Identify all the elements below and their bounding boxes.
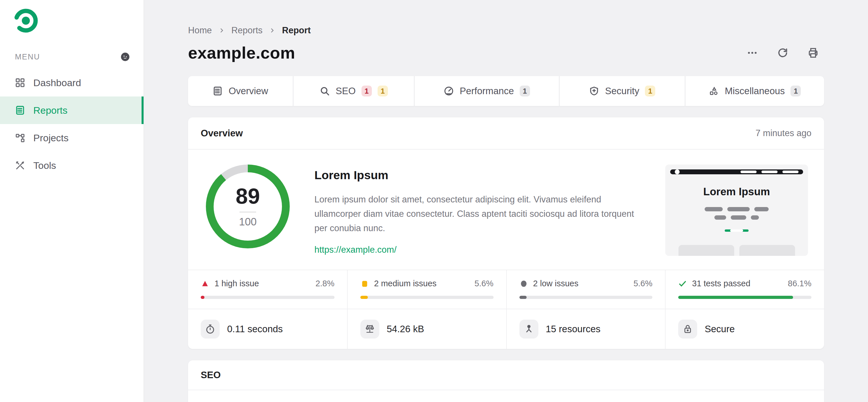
tab-label: SEO: [336, 86, 356, 96]
tab-miscellaneous[interactable]: Miscellaneous 1: [686, 76, 824, 106]
refresh-icon[interactable]: [777, 47, 788, 59]
metric-load-time: 0.11 seconds: [188, 309, 347, 349]
metrics-row: 0.11 seconds 54.26 kB: [188, 309, 824, 349]
tab-seo[interactable]: SEO 1 1: [294, 76, 414, 106]
sidebar-item-reports[interactable]: Reports: [0, 96, 144, 124]
preview-cta-button: [725, 229, 749, 232]
stat-tests-passed: 31 tests passed 86.1%: [665, 270, 824, 309]
site-preview-thumbnail: Lorem Ipsum: [665, 164, 808, 256]
metric-label: 0.11 seconds: [227, 323, 283, 335]
seo-section-title: SEO: [201, 370, 221, 380]
stat-percent: 5.6%: [474, 279, 493, 288]
scale-icon: [360, 319, 379, 339]
stat-low-issues: 2 low issues 5.6%: [506, 270, 665, 309]
grid-icon: [15, 78, 25, 88]
metric-resources: 15 resources: [506, 309, 665, 349]
preview-nav-bars: [741, 171, 799, 173]
breadcrumb-home[interactable]: Home: [188, 25, 212, 36]
search-icon: [319, 86, 330, 96]
resources-icon: [520, 319, 538, 339]
tab-overview[interactable]: Overview: [188, 76, 292, 106]
overview-card: Overview 7 minutes ago 89 100 Lorem Ipsu…: [188, 118, 824, 349]
stopwatch-icon: [201, 319, 220, 339]
projects-icon: [15, 133, 25, 143]
tab-label: Security: [605, 86, 639, 96]
preview-browser-bar: [670, 169, 803, 174]
circle-icon: [520, 279, 528, 288]
sidebar-item-projects[interactable]: Projects: [0, 124, 144, 152]
breadcrumb: Home Reports Report: [188, 25, 824, 36]
site-description: Lorem ipsum dolor sit amet, consectetur …: [314, 192, 648, 236]
persona-icon[interactable]: [121, 52, 130, 61]
tab-label: Overview: [228, 86, 268, 96]
stat-label: 2 medium issues: [374, 279, 437, 288]
stat-progress-bar: [360, 296, 368, 299]
tab-label: Miscellaneous: [725, 86, 785, 96]
print-icon[interactable]: [807, 47, 819, 59]
score-max: 100: [239, 216, 257, 228]
more-icon[interactable]: [747, 47, 758, 59]
chevron-right-icon: [219, 28, 224, 33]
square-icon: [360, 279, 369, 288]
sidebar-nav: Dashboard Reports Projects: [0, 69, 144, 179]
metric-page-size: 54.26 kB: [347, 309, 506, 349]
stat-high-issues: 1 high issue 2.8%: [188, 270, 347, 309]
report-tabs: Overview SEO 1 1 Performance 1: [188, 76, 824, 106]
tab-performance[interactable]: Performance 1: [415, 76, 559, 106]
miscellaneous-icon: [709, 86, 719, 96]
stat-label: 31 tests passed: [692, 279, 750, 288]
security-icon: [589, 86, 599, 96]
metric-label: 15 resources: [546, 323, 601, 335]
stat-percent: 86.1%: [788, 279, 811, 288]
main-content: Home Reports Report example.com: [144, 0, 868, 402]
sidebar: MENU Dashboard: [0, 0, 144, 402]
tools-icon: [15, 160, 25, 171]
score-divider: [240, 212, 256, 213]
metric-label: 54.26 kB: [387, 323, 424, 335]
app-logo-icon[interactable]: [14, 9, 144, 33]
stat-progress-bar: [201, 296, 205, 299]
stat-label: 1 high issue: [215, 279, 259, 288]
issues-badge: 1: [520, 86, 530, 96]
score-value: 89: [236, 185, 260, 207]
sidebar-item-tools[interactable]: Tools: [0, 152, 144, 179]
high-issues-badge: 1: [362, 86, 372, 96]
medium-issues-badge: 1: [378, 86, 388, 96]
tab-label: Performance: [460, 86, 514, 96]
seo-card: SEO: [188, 360, 824, 402]
chevron-right-icon: [269, 28, 275, 33]
metric-security: Secure: [665, 309, 824, 349]
stat-percent: 5.6%: [633, 279, 652, 288]
tab-security[interactable]: Security 1: [560, 76, 684, 106]
sidebar-item-dashboard[interactable]: Dashboard: [0, 69, 144, 96]
menu-label: MENU: [15, 53, 40, 61]
issues-badge: 1: [790, 86, 801, 96]
issues-badge: 1: [645, 86, 655, 96]
preview-logo-dot: [675, 169, 680, 174]
stat-percent: 2.8%: [315, 279, 335, 288]
stat-label: 2 low issues: [533, 279, 579, 288]
lock-icon: [678, 319, 697, 339]
report-icon: [15, 105, 25, 116]
breadcrumb-current: Report: [282, 25, 311, 36]
site-url-link[interactable]: https://example.com/: [314, 245, 397, 255]
overview-section-title: Overview: [201, 128, 243, 139]
sidebar-item-label: Reports: [33, 105, 67, 116]
preview-heading: Lorem Ipsum: [703, 186, 770, 198]
breadcrumb-reports[interactable]: Reports: [231, 25, 263, 36]
check-icon: [678, 279, 687, 288]
stat-medium-issues: 2 medium issues 5.6%: [347, 270, 506, 309]
stat-progress-bar: [520, 296, 527, 299]
performance-icon: [444, 86, 454, 96]
sidebar-item-label: Projects: [33, 132, 69, 144]
preview-footer-blocks: [679, 245, 795, 256]
metric-label: Secure: [705, 323, 735, 335]
page-title: example.com: [188, 43, 295, 62]
sidebar-item-label: Tools: [33, 160, 56, 171]
score-gauge: 89 100: [206, 164, 290, 248]
triangle-icon: [201, 279, 209, 288]
stat-progress-bar: [678, 296, 793, 299]
issue-stats-row: 1 high issue 2.8% 2 medium issues 5.6%: [188, 270, 824, 309]
report-timestamp: 7 minutes ago: [755, 128, 811, 138]
sidebar-item-label: Dashboard: [33, 77, 81, 88]
